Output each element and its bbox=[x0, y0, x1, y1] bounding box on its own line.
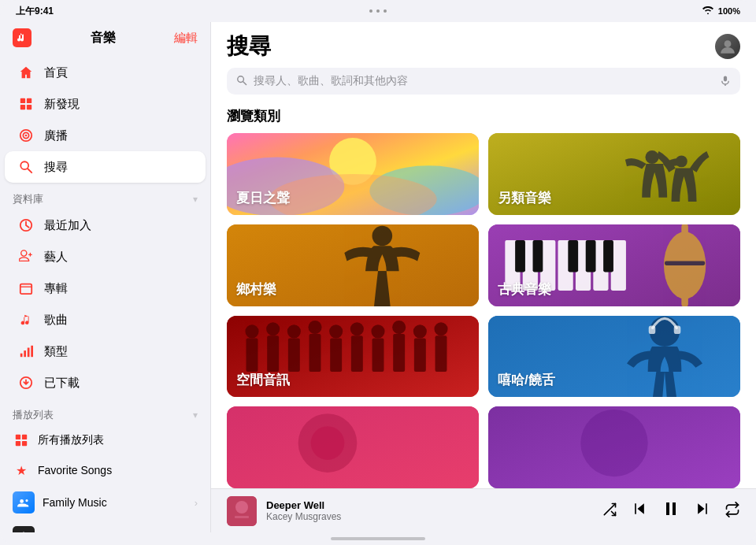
sidebar-item-genres[interactable]: 類型 bbox=[5, 336, 206, 367]
svg-point-52 bbox=[245, 324, 258, 338]
discover-icon bbox=[17, 95, 35, 113]
sidebar: 音樂 編輯 首頁 新發現 廣播 bbox=[0, 22, 211, 532]
home-icon bbox=[17, 64, 35, 81]
sidebar-item-downloads[interactable]: 已下載 bbox=[5, 367, 206, 399]
user-avatar[interactable] bbox=[715, 34, 740, 59]
downloads-icon bbox=[17, 374, 35, 391]
sidebar-edit-button[interactable]: 編輯 bbox=[174, 31, 198, 46]
category-card-summer[interactable]: 夏日之聲 bbox=[227, 133, 479, 215]
svg-line-8 bbox=[28, 169, 32, 172]
search-placeholder: 搜尋人、歌曲、歌詞和其他內容 bbox=[254, 74, 713, 88]
svg-rect-69 bbox=[414, 338, 426, 372]
home-bar-line bbox=[331, 537, 425, 540]
home-bar bbox=[0, 532, 756, 545]
rock-playlist-thumbnail bbox=[13, 526, 35, 532]
svg-rect-83 bbox=[235, 516, 249, 518]
svg-rect-10 bbox=[20, 284, 32, 295]
sidebar-item-songs[interactable]: 歌曲 bbox=[5, 304, 206, 336]
next-button[interactable] bbox=[695, 501, 710, 521]
category-grid: 夏日之聲 bbox=[211, 133, 756, 488]
search-bar-icon bbox=[236, 75, 247, 88]
search-bar-wrap: 搜尋人、歌曲、歌詞和其他內容 bbox=[211, 68, 756, 104]
category-card-alt[interactable]: 另類音樂 bbox=[488, 133, 740, 215]
svg-rect-50 bbox=[665, 261, 705, 265]
now-playing-artist: Kacey Musgraves bbox=[266, 511, 592, 522]
category-card-row4-left[interactable] bbox=[227, 406, 479, 488]
category-card-row4-right[interactable] bbox=[488, 406, 740, 488]
main-layout: 音樂 編輯 首頁 新發現 廣播 bbox=[0, 22, 756, 532]
svg-point-54 bbox=[266, 322, 280, 336]
svg-rect-3 bbox=[27, 105, 32, 109]
all-playlists-icon bbox=[13, 432, 30, 449]
svg-rect-1 bbox=[27, 98, 32, 103]
family-music-thumbnail bbox=[13, 491, 35, 513]
svg-point-56 bbox=[287, 324, 301, 338]
nav-label-artists: 藝人 bbox=[44, 250, 193, 265]
svg-rect-19 bbox=[22, 441, 27, 446]
svg-point-68 bbox=[413, 324, 427, 338]
playlist-item-favorite[interactable]: ★ Favorite Songs bbox=[0, 455, 210, 485]
svg-point-32 bbox=[676, 155, 687, 167]
playlist-section-header: 播放列表 ▾ bbox=[0, 399, 210, 425]
nav-label-radio: 廣播 bbox=[44, 128, 193, 143]
svg-rect-18 bbox=[16, 441, 20, 446]
mic-icon[interactable] bbox=[720, 75, 731, 88]
category-label-alt: 另類音樂 bbox=[498, 189, 551, 207]
radio-icon bbox=[17, 127, 35, 144]
playlist-label: 播放列表 bbox=[13, 408, 54, 422]
svg-point-66 bbox=[392, 321, 406, 334]
category-card-ambient[interactable]: 空間音訊 bbox=[227, 316, 479, 398]
sidebar-item-search[interactable]: 搜尋 bbox=[5, 151, 206, 183]
sidebar-header: 音樂 編輯 bbox=[0, 22, 210, 57]
svg-rect-13 bbox=[28, 348, 30, 358]
svg-rect-45 bbox=[568, 240, 578, 272]
category-label-country: 鄉村樂 bbox=[236, 280, 276, 298]
sidebar-item-albums[interactable]: 專輯 bbox=[5, 272, 206, 304]
artists-icon bbox=[17, 248, 35, 265]
browse-title: 瀏覽類別 bbox=[211, 104, 756, 133]
category-card-country[interactable]: 鄉村樂 bbox=[227, 224, 479, 306]
svg-rect-59 bbox=[309, 334, 321, 372]
search-bar[interactable]: 搜尋人、歌曲、歌詞和其他內容 bbox=[227, 68, 740, 95]
status-center bbox=[369, 9, 387, 13]
sidebar-item-recent[interactable]: 最近加入 bbox=[5, 209, 206, 241]
content-area: 搜尋 搜尋人、歌曲、歌詞和其他內容 瀏覽類別 bbox=[211, 22, 756, 532]
prev-button[interactable] bbox=[632, 501, 647, 521]
svg-point-58 bbox=[308, 321, 321, 334]
sidebar-item-discover[interactable]: 新發現 bbox=[5, 88, 206, 120]
svg-rect-61 bbox=[330, 338, 342, 372]
status-time: 上午9:41 bbox=[16, 5, 54, 18]
albums-icon bbox=[17, 280, 35, 297]
svg-point-70 bbox=[434, 322, 447, 336]
repeat-button[interactable] bbox=[724, 502, 740, 521]
nav-label-albums: 專輯 bbox=[44, 281, 193, 296]
battery-icon: 100% bbox=[718, 6, 740, 16]
sidebar-item-artists[interactable]: 藝人 bbox=[5, 241, 206, 272]
svg-rect-14 bbox=[31, 346, 33, 357]
status-bar: 上午9:41 100% bbox=[0, 0, 756, 22]
nav-label-downloads: 已下載 bbox=[44, 376, 193, 391]
library-label: 資料庫 bbox=[13, 192, 43, 206]
sidebar-item-home[interactable]: 首頁 bbox=[5, 57, 206, 88]
shuffle-button[interactable] bbox=[602, 502, 617, 521]
svg-rect-75 bbox=[674, 325, 681, 334]
svg-point-78 bbox=[311, 426, 345, 460]
category-card-hiphop[interactable]: 嘻哈/饒舌 bbox=[488, 316, 740, 398]
pause-button[interactable] bbox=[662, 499, 680, 523]
playlist-item-family[interactable]: Family Music › bbox=[0, 485, 210, 520]
playlist-item-rock[interactable]: I love Rock! bbox=[0, 520, 210, 532]
genres-icon bbox=[17, 343, 35, 360]
category-card-classical[interactable]: 古典音樂 bbox=[488, 224, 740, 306]
svg-point-64 bbox=[371, 324, 384, 338]
library-chevron: ▾ bbox=[193, 194, 198, 205]
sidebar-item-radio[interactable]: 廣播 bbox=[5, 120, 206, 151]
svg-rect-17 bbox=[22, 435, 27, 439]
svg-point-62 bbox=[350, 322, 364, 336]
playlist-item-all[interactable]: 所有播放列表 bbox=[0, 425, 210, 455]
songs-icon bbox=[17, 311, 35, 328]
now-playing-title: Deeper Well bbox=[266, 499, 592, 511]
favorite-songs-label: Favorite Songs bbox=[38, 464, 112, 476]
music-app-icon bbox=[13, 28, 32, 47]
svg-rect-63 bbox=[351, 336, 363, 372]
svg-rect-2 bbox=[20, 105, 25, 109]
